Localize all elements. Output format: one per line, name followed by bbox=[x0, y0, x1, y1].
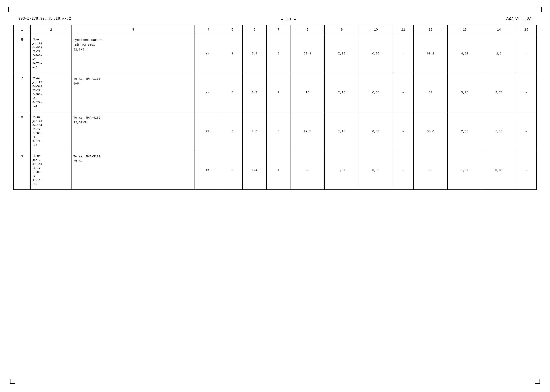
table-cell-col-7: 6 bbox=[267, 34, 290, 73]
table-cell-col-10: 0,55 bbox=[359, 34, 393, 73]
table-cell-col-7: 3 bbox=[267, 112, 290, 151]
table-cell-col-1: 6 bbox=[14, 34, 31, 73]
col-header-7: 7 bbox=[267, 25, 290, 34]
table-cell-col-6: I,4 bbox=[243, 34, 267, 73]
col-header-14: 14 bbox=[482, 25, 516, 34]
col-header-10: 10 bbox=[359, 25, 393, 34]
table-cell-col-10: 0,55 bbox=[359, 112, 393, 151]
table-cell-col-1: 9 bbox=[14, 151, 31, 190]
header-center: — I5I — bbox=[71, 17, 506, 21]
table-cell-col-6: I,4 bbox=[243, 151, 267, 190]
table-cell-col-11: – bbox=[393, 151, 413, 190]
header-left: 903-I-278.90. Лл.I8,кн.2 bbox=[18, 17, 71, 21]
table-cell-col-11: – bbox=[393, 34, 413, 73]
table-cell-col-8: IO bbox=[290, 73, 325, 112]
table-cell-col-6: 0,3 bbox=[243, 73, 267, 112]
table-cell-col-7: I bbox=[267, 151, 290, 190]
table-cell-col-12: 55,0 bbox=[413, 112, 448, 151]
table-cell-col-9: I,I5 bbox=[325, 73, 359, 112]
table-cell-col-5: 4 bbox=[222, 34, 242, 73]
col-header-3: 3 bbox=[72, 25, 195, 34]
table-row: 6I5–04 доп.34 04–553 I5–I7 I–386– –2 8–5… bbox=[14, 34, 536, 73]
table-cell-col-2: I5–04 доп.34 04–553 I5–I7 I–386– –2 8–57… bbox=[31, 34, 72, 73]
col-header-9: 9 bbox=[325, 25, 359, 34]
header: 903-I-278.90. Лл.I8,кн.2 — I5I — 24218 -… bbox=[13, 15, 537, 23]
col-header-5: 5 bbox=[222, 25, 242, 34]
table-cell-col-15: – bbox=[516, 34, 537, 73]
col-header-11: 11 bbox=[393, 25, 413, 34]
col-header-8: 8 bbox=[290, 25, 325, 34]
table-cell-col-8: 27,5 bbox=[290, 112, 325, 151]
table-cell-col-6: I,3 bbox=[243, 112, 267, 151]
table-cell-col-13: I,67 bbox=[448, 151, 482, 190]
table-cell-col-10: 0,85 bbox=[359, 151, 393, 190]
table-cell-col-3: То же, ПМЛ-II00 5+5= bbox=[72, 73, 195, 112]
table-cell-col-11: – bbox=[393, 112, 413, 151]
table-cell-col-15: – bbox=[516, 112, 537, 151]
table-cell-col-13: 5,75 bbox=[448, 73, 482, 112]
table-cell-col-5: 2 bbox=[222, 112, 242, 151]
table-cell-col-13: 2,30 bbox=[448, 112, 482, 151]
table-cell-col-3: То же, ПМА-5202 33+5= bbox=[72, 151, 195, 190]
table-cell-col-14: 2,75 bbox=[482, 73, 516, 112]
table-cell-col-1: 8 bbox=[14, 112, 31, 151]
table-cell-col-7: 2 bbox=[267, 73, 290, 112]
table-cell-col-12: 69,2 bbox=[413, 34, 448, 73]
table-cell-col-14: 2,2 bbox=[482, 34, 516, 73]
corner-bracket-tr bbox=[537, 7, 542, 12]
table-cell-col-9: I,I5 bbox=[325, 112, 359, 151]
table-cell-col-11: – bbox=[393, 73, 413, 112]
corner-bracket-tl bbox=[8, 7, 13, 12]
table-cell-col-2: I5–04 доп.2 04–440 I5–I7 I–386– –2 8–574… bbox=[31, 151, 72, 190]
table-cell-col-8: I7,3 bbox=[290, 34, 325, 73]
col-header-13: 13 bbox=[448, 25, 482, 34]
table-cell-col-2: I5–04 доп.I2 04–543 I5–I7 I–386– –2 8–57… bbox=[31, 73, 72, 112]
col-header-15: 15 bbox=[516, 25, 537, 34]
col-header-6: 6 bbox=[243, 25, 267, 34]
header-right: 24218 - 23 bbox=[506, 17, 532, 21]
table-cell-col-14: I,I0 bbox=[482, 112, 516, 151]
table-cell-col-3: Пускатель магнит- ный ПМЛ I50I I2,3+5 = bbox=[72, 34, 195, 73]
table-row: 7I5–04 доп.I2 04–543 I5–I7 I–386– –2 8–5… bbox=[14, 73, 536, 112]
table-cell-col-4: шт. bbox=[195, 112, 222, 151]
table-cell-col-15: – bbox=[516, 151, 537, 190]
table-cell-col-10: 0,55 bbox=[359, 73, 393, 112]
table-cell-col-9: I,67 bbox=[325, 151, 359, 190]
table-cell-col-14: 0,85 bbox=[482, 151, 516, 190]
col-header-12: 12 bbox=[413, 25, 448, 34]
main-table: 1 2 3 4 5 6 7 8 9 10 11 12 13 14 15 6I5–… bbox=[13, 25, 537, 190]
table-cell-col-8: 38 bbox=[290, 151, 325, 190]
table-cell-col-5: I bbox=[222, 151, 242, 190]
table-cell-col-15: – bbox=[516, 73, 537, 112]
table-cell-col-13: 4,60 bbox=[448, 34, 482, 73]
table-header-row: 1 2 3 4 5 6 7 8 9 10 11 12 13 14 15 bbox=[14, 25, 536, 34]
table-cell-col-2: I5–04 доп.26 04–134 I5–I7 I–386– –2 8–57… bbox=[31, 112, 72, 151]
table-cell-col-1: 7 bbox=[14, 73, 31, 112]
col-header-4: 4 bbox=[195, 25, 222, 34]
table-row: 9I5–04 доп.2 04–440 I5–I7 I–386– –2 8–57… bbox=[14, 151, 536, 190]
table-row: 8I5–04 доп.26 04–134 I5–I7 I–386– –2 8–5… bbox=[14, 112, 536, 151]
col-header-1: 1 bbox=[14, 25, 31, 34]
table-cell-col-4: шт. bbox=[195, 34, 222, 73]
corner-bracket-br bbox=[535, 379, 540, 384]
col-header-2: 2 bbox=[31, 25, 72, 34]
table-cell-col-3: То же, ПМА-4202 22,50+5= bbox=[72, 112, 195, 151]
table-cell-col-12: 50 bbox=[413, 73, 448, 112]
corner-bracket-bl bbox=[10, 379, 15, 384]
table-cell-col-4: шт. bbox=[195, 151, 222, 190]
table-cell-col-4: шт. bbox=[195, 73, 222, 112]
table-cell-col-5: 5 bbox=[222, 73, 242, 112]
table-cell-col-9: I,I5 bbox=[325, 34, 359, 73]
page-container: 903-I-278.90. Лл.I8,кн.2 — I5I — 24218 -… bbox=[0, 0, 550, 392]
table-cell-col-12: 38 bbox=[413, 151, 448, 190]
